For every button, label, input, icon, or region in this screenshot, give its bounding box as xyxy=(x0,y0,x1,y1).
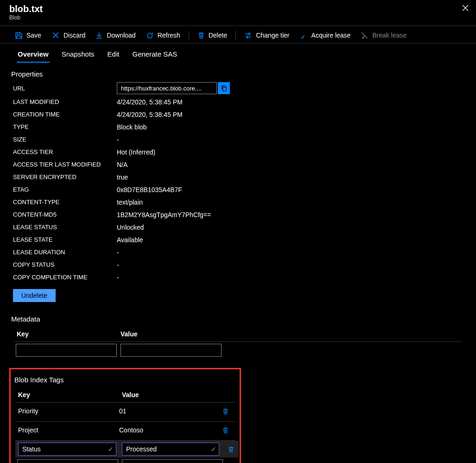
metadata-header: Key Value xyxy=(11,326,465,340)
property-row: SERVER ENCRYPTEDtrue xyxy=(11,171,465,183)
save-label: Save xyxy=(26,32,41,39)
discard-button[interactable]: Discard xyxy=(47,29,90,41)
tag-key-input[interactable] xyxy=(18,443,116,456)
change-tier-label: Change tier xyxy=(256,32,289,39)
change-tier-icon xyxy=(244,32,252,39)
change-tier-button[interactable]: Change tier xyxy=(240,30,294,41)
property-key: LEASE STATE xyxy=(13,236,117,243)
tags-header: Key Value xyxy=(13,386,238,400)
tags-row: ProjectContoso xyxy=(13,422,238,438)
properties-section: Properties URL LAST MODIFIED4/24/2020, 5… xyxy=(0,63,476,302)
tags-title: Blob Index Tags xyxy=(14,376,238,384)
property-key: LEASE DURATION xyxy=(13,249,117,256)
toolbar: Save Discard Download Refresh Delete Cha… xyxy=(0,26,476,44)
tag-key-input[interactable] xyxy=(17,459,118,463)
property-key: SIZE xyxy=(13,136,117,143)
property-key: COPY COMPLETION TIME xyxy=(13,274,117,281)
tags-row-new xyxy=(13,457,238,463)
property-value: - xyxy=(117,274,119,281)
copy-url-button[interactable] xyxy=(218,82,230,94)
property-rows: LAST MODIFIED4/24/2020, 5:38:45 PMCREATI… xyxy=(11,96,465,283)
property-key: TYPE xyxy=(13,123,117,130)
download-label: Download xyxy=(107,32,135,39)
property-value: 4/24/2020, 5:38:45 PM xyxy=(117,98,183,106)
property-key: CREATION TIME xyxy=(13,111,117,118)
properties-title: Properties xyxy=(11,70,465,78)
property-key: CONTENT-TYPE xyxy=(13,199,117,206)
tags-row-editing: ✓ ✓ xyxy=(15,441,239,457)
close-button[interactable] xyxy=(462,5,469,11)
delete-label: Delete xyxy=(209,32,227,39)
tag-value-input[interactable] xyxy=(122,459,223,463)
blob-index-tags-section: Blob Index Tags Key Value Priority01Proj… xyxy=(9,368,241,463)
tag-delete-button[interactable] xyxy=(222,427,229,434)
property-value: - xyxy=(117,136,119,143)
property-row: SIZE- xyxy=(11,133,465,146)
metadata-key-input[interactable] xyxy=(16,344,117,357)
trash-icon xyxy=(228,446,235,453)
tag-delete-button[interactable] xyxy=(228,446,235,453)
break-lease-icon xyxy=(361,32,368,39)
property-value: - xyxy=(117,261,119,269)
url-label: URL xyxy=(13,85,117,92)
property-row-url: URL xyxy=(11,81,465,96)
metadata-title: Metadata xyxy=(11,315,465,323)
blob-title: blob.txt xyxy=(9,4,467,14)
delete-button[interactable]: Delete xyxy=(193,30,232,41)
tags-key-header: Key xyxy=(18,391,122,399)
tab-bar: Overview Snapshots Edit Generate SAS xyxy=(0,44,476,63)
tab-edit[interactable]: Edit xyxy=(107,47,121,63)
toolbar-separator xyxy=(189,31,189,39)
refresh-label: Refresh xyxy=(158,32,180,39)
tag-key: Priority xyxy=(17,405,118,417)
save-button[interactable]: Save xyxy=(10,30,46,41)
tab-overview[interactable]: Overview xyxy=(17,47,50,63)
property-value: Hot (Inferred) xyxy=(117,148,155,156)
undelete-button[interactable]: Undelete xyxy=(13,289,56,302)
metadata-key-header: Key xyxy=(17,330,121,338)
content-scroll[interactable]: Overview Snapshots Edit Generate SAS Pro… xyxy=(0,44,476,463)
tag-value: Contoso xyxy=(118,424,219,436)
download-button[interactable]: Download xyxy=(91,30,140,41)
property-row: LAST MODIFIED4/24/2020, 5:38:45 PM xyxy=(11,96,465,108)
property-row: CONTENT-MD51B2M2Y8AsgTpgAmY7PhCfg== xyxy=(11,208,465,221)
property-row: COPY STATUS- xyxy=(11,258,465,271)
url-box xyxy=(117,82,230,94)
property-row: LEASE STATEAvailable xyxy=(11,233,465,246)
trash-icon xyxy=(197,32,205,39)
property-row: ETAG0x8D7E8B1035A4B7F xyxy=(11,183,465,196)
property-key: COPY STATUS xyxy=(13,261,117,268)
metadata-section: Metadata Key Value xyxy=(0,308,476,359)
tag-value-input[interactable] xyxy=(122,443,219,456)
property-row: CONTENT-TYPEtext/plain xyxy=(11,196,465,208)
property-value: Available xyxy=(117,236,143,244)
property-value: Block blob xyxy=(117,123,147,131)
property-row: ACCESS TIER LAST MODIFIEDN/A xyxy=(11,158,465,171)
property-value: 0x8D7E8B1035A4B7F xyxy=(117,186,182,193)
acquire-lease-label: Acquire lease xyxy=(311,32,351,39)
property-row: ACCESS TIERHot (Inferred) xyxy=(11,146,465,158)
trash-icon xyxy=(222,408,229,415)
property-key: ACCESS TIER xyxy=(13,148,117,155)
metadata-value-header: Value xyxy=(121,330,138,338)
property-key: ACCESS TIER LAST MODIFIED xyxy=(13,161,117,168)
property-value: - xyxy=(117,249,119,256)
tab-snapshots[interactable]: Snapshots xyxy=(61,47,95,63)
property-value: 1B2M2Y8AsgTpgAmY7PhCfg== xyxy=(117,211,211,219)
refresh-button[interactable]: Refresh xyxy=(141,30,185,41)
refresh-icon xyxy=(146,32,154,39)
property-key: CONTENT-MD5 xyxy=(13,211,117,218)
metadata-value-input[interactable] xyxy=(121,344,222,357)
save-icon xyxy=(15,32,23,39)
acquire-lease-button[interactable]: Acquire lease xyxy=(295,30,355,41)
property-row: COPY COMPLETION TIME- xyxy=(11,271,465,283)
close-icon xyxy=(462,5,469,11)
panel-header: blob.txt Blob xyxy=(0,0,476,24)
blob-detail-panel: blob.txt Blob Save Discard Download Refr… xyxy=(0,0,476,463)
download-icon xyxy=(95,32,103,39)
url-input[interactable] xyxy=(117,82,217,94)
tab-generate-sas[interactable]: Generate SAS xyxy=(131,47,178,63)
tag-delete-button[interactable] xyxy=(222,408,229,415)
discard-icon xyxy=(51,31,60,39)
tag-value: 01 xyxy=(118,405,219,417)
